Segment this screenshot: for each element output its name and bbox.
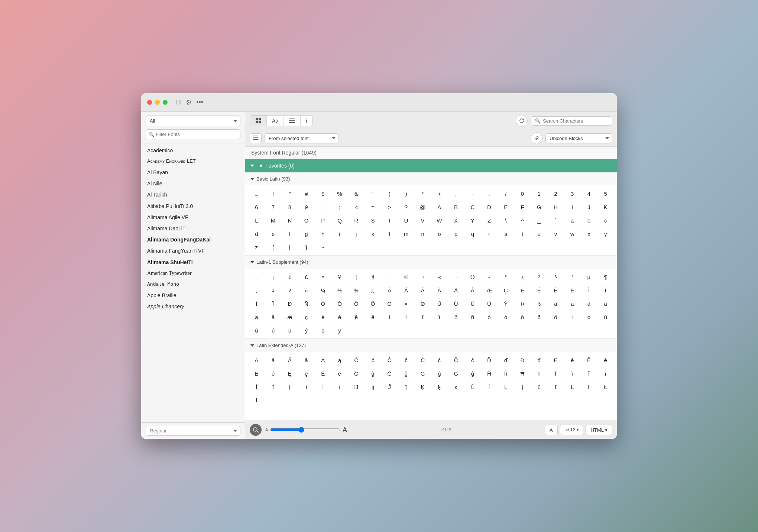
char-cell[interactable]: ě — [331, 367, 348, 380]
style-select[interactable]: Regular — [146, 426, 240, 436]
char-cell[interactable]: Ï — [265, 297, 282, 310]
char-cell[interactable]: T — [381, 214, 398, 227]
char-cell[interactable]: ' — [365, 187, 381, 200]
link-button[interactable] — [531, 132, 542, 144]
char-cell[interactable]: e — [265, 227, 282, 240]
font-item-albayan[interactable]: Al Bayan — [141, 167, 245, 178]
char-cell[interactable]: î — [414, 310, 431, 324]
char-cell[interactable]: È — [514, 283, 531, 297]
char-cell[interactable]: { — [265, 240, 282, 254]
char-cell[interactable]: s — [498, 227, 514, 240]
magnify-button[interactable] — [250, 424, 262, 436]
char-cell[interactable]: } — [298, 240, 315, 254]
char-cell[interactable]: S — [365, 214, 381, 227]
font-item-academico[interactable]: Academico — [141, 145, 245, 156]
char-cell[interactable]: þ — [315, 324, 331, 337]
char-panel[interactable]: ♥ Favorites (0) Basic Latin (93) ⎵ ! " #… — [245, 159, 617, 421]
char-cell[interactable]: õ — [531, 310, 547, 324]
char-cell[interactable]: D — [481, 200, 498, 214]
char-cell[interactable]: g — [298, 227, 315, 240]
char-cell[interactable]: x — [581, 227, 597, 240]
font-size-button[interactable]: 𝒜 12 ▾ — [560, 425, 584, 435]
char-cell[interactable]: ċ — [431, 353, 448, 367]
char-cell[interactable]: f — [281, 227, 298, 240]
char-cell[interactable]: P — [315, 214, 331, 227]
char-cell[interactable]: ı — [331, 380, 348, 393]
char-cell[interactable]: A — [431, 200, 448, 214]
char-cell[interactable]: Ğ — [381, 367, 398, 380]
char-cell[interactable]: £ — [298, 270, 315, 283]
char-cell[interactable]: ĺ — [481, 380, 498, 393]
char-cell[interactable]: Ě — [315, 367, 331, 380]
char-cell[interactable]: Z — [481, 214, 498, 227]
char-cell[interactable]: k — [365, 227, 381, 240]
list-view-button[interactable] — [250, 133, 262, 143]
unicode-blocks-select[interactable]: Unicode Blocks — [545, 133, 612, 143]
char-cell[interactable]: â — [581, 297, 597, 310]
char-cell[interactable]: ù — [597, 310, 614, 324]
char-cell[interactable]: 1 — [531, 187, 547, 200]
char-cell[interactable]: p — [448, 227, 464, 240]
char-cell[interactable]: ~ — [315, 240, 331, 254]
char-cell[interactable]: d — [248, 227, 265, 240]
char-cell[interactable]: ć — [365, 353, 381, 367]
char-cell[interactable]: ô — [514, 310, 531, 324]
char-cell[interactable]: ľ — [547, 380, 564, 393]
size-slider[interactable] — [270, 427, 340, 433]
format-button[interactable]: HTML ▾ — [586, 425, 612, 435]
char-cell[interactable]: ì — [381, 310, 398, 324]
char-cell[interactable]: ó — [498, 310, 514, 324]
char-cell[interactable]: Ü — [481, 297, 498, 310]
close-button[interactable] — [147, 100, 152, 105]
char-cell[interactable]: Å — [464, 283, 481, 297]
char-cell[interactable]: ¡ — [265, 270, 282, 283]
char-cell[interactable]: ¼ — [315, 283, 331, 297]
char-cell[interactable]: ò — [481, 310, 498, 324]
char-cell[interactable]: m — [398, 227, 415, 240]
char-cell[interactable]: 0 — [514, 187, 531, 200]
char-cell[interactable]: 4 — [581, 187, 597, 200]
char-cell[interactable]: Ù — [431, 297, 448, 310]
char-cell[interactable]: Q — [331, 214, 348, 227]
char-cell[interactable]: ļ — [514, 380, 531, 393]
char-cell[interactable]: į — [298, 380, 315, 393]
char-cell[interactable]: z — [248, 240, 265, 254]
font-item-apple-chancery[interactable]: Apple Chancery — [141, 301, 245, 312]
char-cell[interactable]: Ê — [547, 283, 564, 297]
char-cell[interactable]: ñ — [464, 310, 481, 324]
char-cell[interactable]: 1 — [265, 283, 282, 297]
char-cell[interactable]: Î — [248, 297, 265, 310]
char-cell[interactable]: Ĵ — [381, 380, 398, 393]
filter-input[interactable] — [146, 129, 240, 139]
char-cell[interactable]: r — [481, 227, 498, 240]
font-item-andale[interactable]: Andale Mono — [141, 279, 245, 290]
search-input[interactable] — [543, 118, 608, 124]
view-list-button[interactable] — [284, 116, 301, 126]
char-cell[interactable]: ⎵ — [248, 187, 265, 200]
view-grid-button[interactable] — [250, 116, 267, 126]
char-cell[interactable]: X — [448, 214, 464, 227]
char-cell[interactable]: + — [431, 187, 448, 200]
char-cell[interactable]: ā — [265, 353, 282, 367]
char-cell[interactable]: µ — [581, 270, 597, 283]
char-cell[interactable]: ÷ — [564, 310, 581, 324]
char-cell[interactable]: : — [315, 200, 331, 214]
font-item-altarikh[interactable]: Al Tarikh — [141, 189, 245, 200]
minimize-button[interactable] — [155, 100, 160, 105]
char-cell[interactable]: 2 — [531, 270, 547, 283]
char-cell[interactable]: c — [597, 214, 614, 227]
char-cell[interactable]: ( — [381, 187, 398, 200]
char-cell[interactable]: Ĝ — [348, 367, 365, 380]
char-cell[interactable]: ý — [298, 324, 315, 337]
char-cell[interactable]: ą — [331, 353, 348, 367]
char-cell[interactable]: H — [547, 200, 564, 214]
char-cell[interactable]: đ — [531, 353, 547, 367]
char-cell[interactable]: & — [348, 187, 365, 200]
char-cell[interactable]: Ł — [597, 380, 614, 393]
char-cell[interactable]: o — [431, 227, 448, 240]
favorites-header[interactable]: ♥ Favorites (0) — [245, 159, 617, 172]
char-cell[interactable]: Ę — [281, 367, 298, 380]
char-cell[interactable]: ð — [448, 310, 464, 324]
char-cell[interactable]: Æ — [481, 283, 498, 297]
font-source-select[interactable]: From selected font — [265, 133, 339, 143]
